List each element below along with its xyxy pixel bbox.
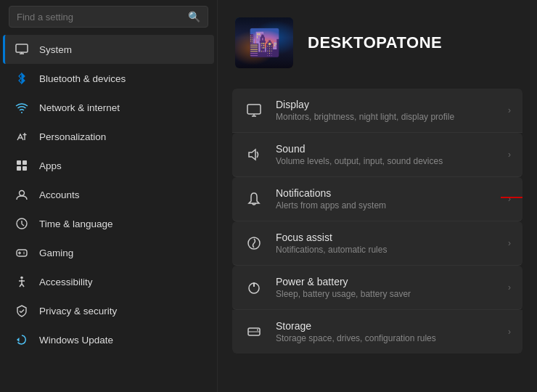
bluetooth-icon <box>15 71 29 86</box>
power-text: Power & battery Sleep, battery usage, ba… <box>276 276 496 299</box>
sidebar-item-apps-label: Apps <box>39 160 62 171</box>
network-icon <box>15 100 29 115</box>
settings-item-display[interactable]: Display Monitors, brightness, night ligh… <box>232 89 522 133</box>
sidebar-item-gaming[interactable]: Gaming <box>3 238 214 267</box>
svg-point-19 <box>20 277 23 279</box>
svg-point-10 <box>20 191 25 196</box>
settings-item-storage[interactable]: Storage Storage space, drives, configura… <box>232 310 522 354</box>
svg-rect-7 <box>22 160 27 165</box>
focus-icon <box>244 233 264 253</box>
sidebar-item-system-label: System <box>39 44 72 55</box>
sidebar-item-privacy[interactable]: Privacy & security <box>3 296 214 325</box>
storage-title: Storage <box>276 320 496 332</box>
svg-rect-6 <box>17 160 21 165</box>
profile-name: DESKTOPATONE <box>308 33 442 52</box>
personalization-icon <box>15 129 29 144</box>
search-box[interactable]: 🔍 <box>9 6 208 28</box>
settings-item-power[interactable]: Power & battery Sleep, battery usage, ba… <box>232 266 522 310</box>
svg-point-3 <box>21 112 22 113</box>
sidebar-item-accounts[interactable]: Accounts <box>3 180 214 209</box>
storage-text: Storage Storage space, drives, configura… <box>276 320 496 343</box>
power-title: Power & battery <box>276 276 496 287</box>
sidebar-item-time-label: Time & language <box>39 219 113 229</box>
sidebar-item-bluetooth[interactable]: Bluetooth & devices <box>3 64 214 93</box>
gaming-icon <box>15 245 29 260</box>
storage-icon <box>244 322 264 342</box>
settings-item-notifications[interactable]: Notifications Alerts from apps and syste… <box>232 177 522 221</box>
focus-title: Focus assist <box>276 232 496 243</box>
sidebar-item-bluetooth-label: Bluetooth & devices <box>39 73 126 84</box>
sidebar-item-accessibility-label: Accessibility <box>39 277 93 287</box>
time-icon <box>15 216 29 231</box>
storage-subtitle: Storage space, drives, configuration rul… <box>276 333 496 343</box>
svg-point-37 <box>257 330 258 331</box>
svg-point-17 <box>23 252 25 253</box>
svg-marker-30 <box>249 150 255 160</box>
power-chevron: › <box>508 282 511 293</box>
sidebar-item-update-label: Windows Update <box>39 335 113 346</box>
sidebar-item-personalization-label: Personalization <box>39 131 106 142</box>
sound-icon <box>244 144 264 165</box>
settings-group: Display Monitors, brightness, night ligh… <box>232 89 522 354</box>
svg-rect-0 <box>16 44 28 52</box>
sidebar-item-update[interactable]: Windows Update <box>3 325 214 354</box>
sidebar-item-accessibility[interactable]: Accessibility <box>3 267 214 296</box>
display-text: Display Monitors, brightness, night ligh… <box>276 99 496 122</box>
notifications-subtitle: Alerts from apps and system <box>276 200 496 211</box>
accounts-icon <box>15 187 29 202</box>
sidebar: 🔍 System Bluetooth & devices <box>0 0 218 392</box>
update-icon <box>15 332 29 347</box>
display-subtitle: Monitors, brightness, night light, displ… <box>276 112 496 122</box>
search-icon: 🔍 <box>188 11 200 23</box>
svg-rect-8 <box>17 166 21 171</box>
sidebar-item-apps[interactable]: Apps <box>3 151 214 180</box>
sidebar-item-accounts-label: Accounts <box>39 189 80 200</box>
main-content: DESKTOPATONE Display Monitors, brightnes… <box>218 0 537 392</box>
storage-chevron: › <box>508 327 511 337</box>
apps-icon <box>15 158 29 173</box>
system-icon <box>15 42 29 57</box>
display-title: Display <box>276 99 496 110</box>
power-icon <box>244 277 264 298</box>
svg-point-18 <box>23 253 25 255</box>
svg-rect-27 <box>247 105 261 114</box>
power-subtitle: Sleep, battery usage, battery saver <box>276 289 496 299</box>
sound-text: Sound Volume levels, output, input, soun… <box>276 143 496 166</box>
settings-item-focus[interactable]: Focus assist Notifications, automatic ru… <box>232 221 522 266</box>
svg-marker-31 <box>501 188 522 207</box>
sidebar-item-time[interactable]: Time & language <box>3 209 214 238</box>
sidebar-item-personalization[interactable]: Personalization <box>3 122 214 151</box>
focus-subtitle: Notifications, automatic rules <box>276 245 496 255</box>
sound-chevron: › <box>508 150 511 160</box>
privacy-icon <box>15 303 29 318</box>
focus-text: Focus assist Notifications, automatic ru… <box>276 232 496 255</box>
sidebar-item-system[interactable]: System <box>3 35 214 64</box>
svg-line-25 <box>21 310 24 313</box>
svg-line-24 <box>20 311 21 313</box>
notifications-chevron: › <box>508 194 511 204</box>
notifications-title: Notifications <box>276 187 496 199</box>
accessibility-icon <box>15 274 29 289</box>
svg-rect-9 <box>22 166 27 171</box>
settings-item-sound[interactable]: Sound Volume levels, output, input, soun… <box>232 133 522 177</box>
red-arrow <box>501 187 522 211</box>
svg-marker-26 <box>17 338 20 342</box>
profile-image <box>235 17 293 68</box>
svg-line-13 <box>22 224 24 226</box>
sound-subtitle: Volume levels, output, input, sound devi… <box>276 156 496 166</box>
sidebar-item-privacy-label: Privacy & security <box>39 306 117 317</box>
svg-line-23 <box>22 284 24 287</box>
sound-title: Sound <box>276 143 496 155</box>
focus-chevron: › <box>508 238 511 248</box>
display-chevron: › <box>508 105 511 115</box>
display-icon <box>244 100 264 121</box>
notifications-icon <box>244 189 264 209</box>
sidebar-item-gaming-label: Gaming <box>39 248 73 258</box>
sidebar-item-network[interactable]: Network & internet <box>3 93 214 122</box>
search-input[interactable] <box>17 12 188 23</box>
profile-header: DESKTOPATONE <box>232 12 522 74</box>
sidebar-item-network-label: Network & internet <box>39 102 120 113</box>
notifications-text: Notifications Alerts from apps and syste… <box>276 187 496 211</box>
